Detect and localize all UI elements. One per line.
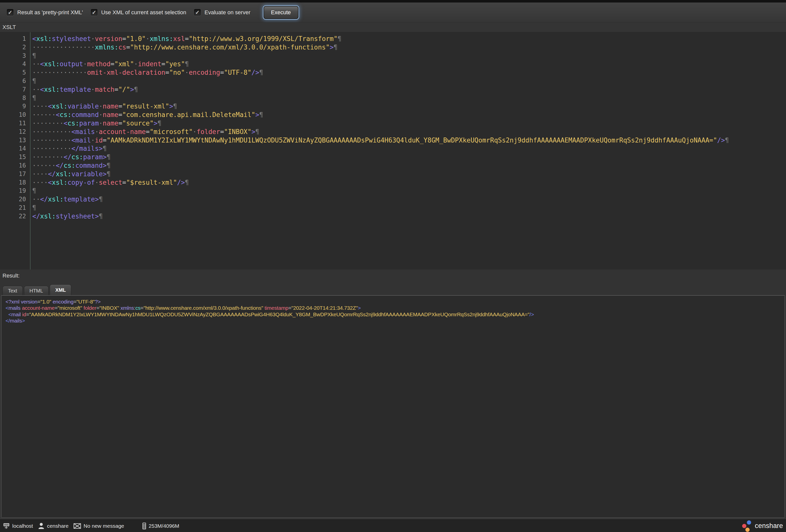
code-line: 9····<xsl:variable·name="result-xml">¶ [0,102,786,111]
line-number: 4 [0,60,30,69]
code-line-text: ················xmlns:cs="http://www.cen… [30,43,338,52]
memory-icon [142,523,146,530]
code-line: 5··············omit-xml-declaration="no"… [0,69,786,77]
line-number: 14 [0,144,30,153]
code-line-text: ¶ [30,204,36,212]
code-line-text: ··<xsl:output·method="xml"·indent="yes"¶ [30,60,189,69]
code-line-text: ¶ [30,187,36,195]
code-line-text: <xsl:stylesheet·version="1.0"·xmlns:xsl=… [30,35,342,43]
line-number: 15 [0,153,30,162]
result-label: Result: [0,270,786,279]
code-line: 1<xsl:stylesheet·version="1.0"·xmlns:xsl… [0,35,786,43]
tab-xml[interactable]: XML [50,284,71,295]
code-line: 6¶ [0,77,786,86]
censhare-logo: censhare [742,520,783,532]
status-message[interactable]: No new message [73,523,124,529]
checkbox-checked-icon[interactable]: ✓ [6,9,14,16]
code-line: 18····<xsl:copy-of·select="$result-xml"/… [0,179,786,187]
code-line: 14··········</mails>¶ [0,144,786,153]
status-host-label: localhost [12,523,33,529]
window-top-strip [0,0,786,2]
line-number: 21 [0,204,30,212]
line-number: 7 [0,86,30,94]
execute-button[interactable]: Execute [263,6,299,19]
xslt-code-editor[interactable]: 1<xsl:stylesheet·version="1.0"·xmlns:xsl… [0,32,786,270]
code-line-text: ····<xsl:copy-of·select="$result-xml"/>¶ [30,179,189,187]
code-line: 7··<xsl:template·match="/">¶ [0,86,786,94]
tab-html[interactable]: HTML [24,286,48,295]
tab-text[interactable]: Text [2,286,23,295]
line-number: 9 [0,102,30,111]
line-number: 19 [0,187,30,195]
result-line: <?xml version="1.0" encoding="UTF-8"?> [5,299,782,305]
checkbox-label: Result as 'pretty-print XML' [17,9,83,16]
code-line-text: ··<xsl:template·match="/">¶ [30,86,138,94]
code-line: 4··<xsl:output·method="xml"·indent="yes"… [0,60,786,69]
code-line-text: ········</cs:param>¶ [30,153,111,162]
code-line-text: ··········<mail·id="AAMkADRkNDM1Y2IxLWY1… [30,136,729,145]
code-lines: 1<xsl:stylesheet·version="1.0"·xmlns:xsl… [0,35,786,221]
code-line: 13··········<mail·id="AAMkADRkNDM1Y2IxLW… [0,136,786,145]
result-line: </mails> [5,318,782,324]
line-number: 5 [0,69,30,77]
censhare-logo-icon [742,520,753,532]
line-number: 1 [0,35,30,43]
status-user[interactable]: censhare [38,523,69,529]
code-line: 16······</cs:command>¶ [0,162,786,170]
checkbox-label: Evaluate on server [205,9,250,16]
code-line: 11········<cs:param·name="source">¶ [0,119,786,128]
result-tabs: Text HTML XML [2,284,71,295]
checkbox-use-xml-of-current-asset-selection[interactable]: ✓ Use XML of current asset selection [91,9,186,16]
line-number: 3 [0,52,30,60]
code-line: 19¶ [0,187,786,195]
censhare-logo-text: censhare [755,522,783,530]
line-number: 12 [0,128,30,136]
xslt-section-label: XSLT [0,23,786,32]
envelope-icon [73,523,81,529]
result-line: <mails account-name="microsoft" folder="… [5,305,782,311]
status-bar: localhost censhare No new message [0,519,786,532]
status-message-label: No new message [84,523,124,529]
line-number: 17 [0,170,30,179]
result-line: <mail id="AAMkADRkNDM1Y2IxLWY1MWYtNDAwNy… [5,311,782,318]
code-line: 17····</xsl:variable>¶ [0,170,786,179]
line-number: 18 [0,179,30,187]
result-section: Result: Text HTML XML [0,270,786,295]
code-line-text: </xsl:stylesheet>¶ [30,212,103,221]
checkbox-checked-icon[interactable]: ✓ [91,9,98,16]
result-xml-panel[interactable]: <?xml version="1.0" encoding="UTF-8"?><m… [1,295,785,518]
code-line-text: ······<cs:command·name="com.censhare.api… [30,111,263,119]
code-line: 2················xmlns:cs="http://www.ce… [0,43,786,52]
checkbox-checked-icon[interactable]: ✓ [194,9,201,16]
code-line-text: ··········</mails>¶ [30,144,107,153]
code-line: 12··········<mails·account-name="microso… [0,128,786,136]
code-line-text: ········<cs:param·name="source">¶ [30,119,162,128]
line-number: 11 [0,119,30,128]
code-line-text: ¶ [30,77,36,86]
code-line: 15········</cs:param>¶ [0,153,786,162]
checkbox-evaluate-on-server[interactable]: ✓ Evaluate on server [194,9,250,16]
code-line: 20··</xsl:template>¶ [0,195,786,204]
line-number: 13 [0,136,30,145]
panel-bottom-gap [0,518,786,519]
status-user-label: censhare [47,523,69,529]
user-icon [38,523,45,529]
status-memory-label: 253M/4096M [149,523,180,529]
line-number: 8 [0,94,30,102]
code-line: 3¶ [0,52,786,60]
status-host[interactable]: localhost [3,523,33,529]
toolbar: ✓ Result as 'pretty-print XML' ✓ Use XML… [0,2,786,23]
code-line-text: ····<xsl:variable·name="result-xml">¶ [30,102,177,111]
line-number: 16 [0,162,30,170]
censhare-xslt-tool-window: ✓ Result as 'pretty-print XML' ✓ Use XML… [0,0,786,532]
code-line-text: ¶ [30,52,36,60]
code-line-text: ··············omit-xml-declaration="no"·… [30,69,263,77]
code-line: 21¶ [0,204,786,212]
checkbox-pretty-print-xml[interactable]: ✓ Result as 'pretty-print XML' [6,9,83,16]
code-line: 8¶ [0,94,786,102]
status-memory[interactable]: 253M/4096M [142,523,180,530]
code-line-text: ··</xsl:template>¶ [30,195,103,204]
code-line-text: ····</xsl:variable>¶ [30,170,111,179]
server-icon [3,523,10,529]
line-number: 22 [0,212,30,221]
